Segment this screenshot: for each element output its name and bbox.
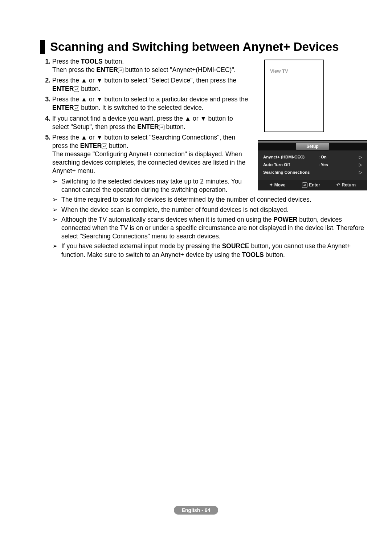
bold: ENTER — [52, 104, 74, 111]
enter-icon — [302, 182, 307, 188]
page-number: English - 64 — [174, 506, 219, 515]
note-body: The time required to scan for devices is… — [61, 196, 367, 204]
bold: ENTER — [137, 123, 159, 130]
page-title: Scanning and Switching between Anynet+ D… — [50, 40, 367, 54]
enter-icon — [102, 144, 107, 149]
bold: ENTER — [80, 142, 102, 149]
osd-screenshot: Setup Anynet+ (HDMI-CEC) : On ▷ Auto Tur… — [258, 140, 367, 190]
osd-value: On — [321, 155, 357, 159]
osd-body: Anynet+ (HDMI-CEC) : On ▷ Auto Turn Off … — [258, 150, 367, 180]
text: Press the ▲ or ▼ button to select to a p… — [52, 96, 248, 103]
text: button. — [79, 85, 100, 92]
enter-icon — [74, 105, 79, 111]
osd-label: Searching Connections — [263, 170, 357, 174]
note-arrow-icon: ➢ — [52, 242, 58, 250]
osd-hint-return: ↶Return — [336, 182, 356, 188]
note-body: Switching to the selected devices may ta… — [61, 177, 251, 194]
enter-icon — [74, 86, 79, 92]
chevron-right-icon: ▷ — [357, 162, 362, 167]
notes-list-full: ➢ The time required to scan for devices … — [40, 196, 367, 259]
text: Press the ▲ or ▼ button to select "Selec… — [52, 77, 236, 84]
instruction-column: Press the TOOLS button. Then press the E… — [40, 57, 251, 196]
steps-list: Press the TOOLS button. Then press the E… — [40, 57, 251, 175]
label: Move — [274, 182, 286, 188]
tv-screenshot: View TV — [264, 60, 324, 132]
note-arrow-icon: ➢ — [52, 215, 58, 224]
return-icon: ↶ — [336, 182, 340, 188]
bold: ENTER — [52, 85, 74, 92]
bold: TOOLS — [242, 251, 264, 258]
note-3: ➢ When the device scan is complete, the … — [52, 206, 367, 214]
note-body: When the device scan is complete, the nu… — [61, 206, 367, 214]
osd-colon: : — [317, 155, 321, 159]
note-arrow-icon: ➢ — [52, 196, 58, 204]
osd-row-anynet: Anynet+ (HDMI-CEC) : On ▷ — [263, 153, 362, 161]
step-3: Press the ▲ or ▼ button to select to a p… — [52, 95, 251, 112]
text: Press the ▲ or ▼ button to select "Searc… — [52, 134, 235, 149]
step-2: Press the ▲ or ▼ button to select "Selec… — [52, 76, 251, 93]
note-4: ➢ Although the TV automatically scans de… — [52, 215, 367, 241]
bold: SOURCE — [222, 242, 249, 250]
note-body: Although the TV automatically scans devi… — [61, 215, 367, 241]
screenshot-column: View TV Setup Anynet+ (HDMI-CEC) : On ▷ … — [258, 57, 367, 190]
manual-page: Scanning and Switching between Anynet+ D… — [0, 0, 392, 540]
note-1: ➢ Switching to the selected devices may … — [52, 177, 251, 194]
chevron-right-icon: ▷ — [357, 170, 362, 175]
note-body: If you have selected external input mode… — [61, 242, 367, 259]
osd-row-autoturnoff: Auto Turn Off : Yes ▷ — [263, 161, 362, 169]
osd-label: Auto Turn Off — [263, 162, 317, 167]
title-bar: Scanning and Switching between Anynet+ D… — [40, 40, 367, 54]
text: button to select "Anynet+(HDMI-CEC)". — [123, 66, 236, 73]
text: button. It is switched to the selected d… — [79, 104, 203, 111]
text: The message "Configuring Anynet+ connect… — [52, 150, 245, 174]
note-arrow-icon: ➢ — [52, 177, 58, 186]
text: If you have selected external input mode… — [61, 242, 222, 250]
osd-colon: : — [317, 162, 321, 167]
bold: ENTER — [97, 66, 118, 73]
content-row: Press the TOOLS button. Then press the E… — [40, 57, 367, 196]
notes-list: ➢ Switching to the selected devices may … — [40, 177, 251, 194]
updown-icon: ✦ — [269, 182, 273, 188]
tv-viewtv-label: View TV — [265, 60, 323, 76]
note-5: ➢ If you have selected external input mo… — [52, 242, 367, 259]
step-1: Press the TOOLS button. Then press the E… — [52, 57, 251, 74]
enter-icon — [118, 68, 123, 73]
text: Then press the — [52, 66, 97, 73]
osd-row-searching: Searching Connections ▷ — [263, 169, 362, 176]
label: Return — [342, 182, 356, 188]
text: button. — [107, 142, 128, 149]
bold: TOOLS — [81, 58, 103, 65]
text: Although the TV automatically scans devi… — [61, 216, 273, 223]
osd-hint-enter: Enter — [302, 182, 320, 188]
chevron-right-icon: ▷ — [357, 155, 362, 160]
text: button. — [164, 123, 185, 130]
osd-label: Anynet+ (HDMI-CEC) — [263, 155, 317, 159]
bold: POWER — [273, 216, 297, 223]
step-4: If you cannot find a device you want, pr… — [52, 114, 251, 131]
enter-icon — [159, 125, 164, 130]
text: Press the — [52, 58, 81, 65]
note-2: ➢ The time required to scan for devices … — [52, 196, 367, 204]
label: Enter — [309, 182, 320, 188]
note-arrow-icon: ➢ — [52, 206, 58, 214]
step-5: Press the ▲ or ▼ button to select "Searc… — [52, 133, 251, 175]
osd-title: Setup — [296, 143, 329, 150]
page-footer: English - 64 — [0, 506, 392, 515]
text: button. — [264, 251, 285, 258]
text: button. — [103, 58, 124, 65]
osd-hint-move: ✦Move — [269, 182, 286, 188]
osd-value: Yes — [321, 162, 357, 167]
osd-footer: ✦Move Enter ↶Return — [258, 180, 367, 190]
